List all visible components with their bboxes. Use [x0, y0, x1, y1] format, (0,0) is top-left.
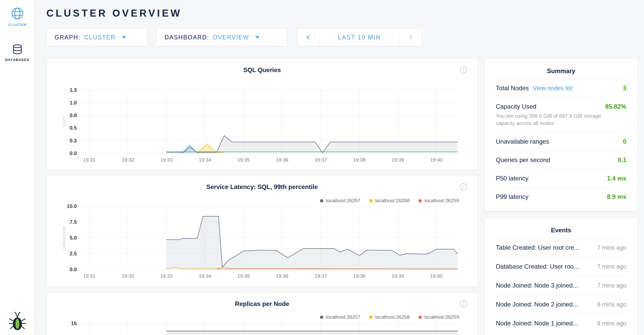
svg-text:0.0: 0.0 — [70, 267, 77, 272]
time-prev-button[interactable] — [297, 29, 320, 46]
chart-title: Replicas per Node — [47, 292, 477, 308]
event-time: 8 mins ago — [592, 320, 626, 327]
legend-item[interactable]: localhost:26258 — [369, 198, 410, 204]
page-title: CLUSTER OVERVIEW — [46, 8, 644, 19]
time-window-selector: LAST 10 MIN — [297, 28, 422, 46]
cockroachdb-logo-icon — [9, 311, 26, 331]
legend-label: localhost:26259 — [424, 198, 459, 204]
event-text: Database Created: User roo... — [496, 263, 579, 270]
legend-item[interactable]: localhost:26259 — [419, 198, 459, 204]
dashboard-dropdown-label: DASHBOARD: — [165, 34, 209, 41]
event-text: Table Created: User root cre... — [496, 244, 579, 251]
svg-text:19:40: 19:40 — [430, 157, 443, 163]
events-title: Events — [496, 218, 626, 238]
svg-text:19:39: 19:39 — [392, 157, 404, 163]
globe-icon — [10, 6, 25, 21]
graph-dropdown-value: CLUSTER — [84, 34, 115, 41]
info-icon[interactable]: ! — [460, 183, 467, 190]
event-row: Table Created: User root cre...7 mins ag… — [496, 238, 626, 257]
svg-text:19:32: 19:32 — [122, 157, 134, 163]
svg-text:10.0: 10.0 — [67, 204, 77, 209]
info-icon[interactable]: ! — [460, 66, 467, 73]
svg-text:19:32: 19:32 — [122, 273, 134, 279]
time-range-label[interactable]: LAST 10 MIN — [320, 29, 399, 46]
svg-text:15: 15 — [71, 320, 77, 326]
svg-text:count: count — [61, 116, 66, 127]
svg-text:1.3: 1.3 — [70, 87, 77, 93]
event-text: Node Joined: Node 1 joined... — [496, 320, 578, 327]
summary-value: 8.9 ms — [603, 193, 626, 200]
sidebar-item-cluster[interactable]: CLUSTER — [0, 6, 35, 27]
event-row: Node Joined: Node 3 joined...7 mins ago — [496, 276, 626, 295]
summary-label: Capacity Used — [496, 103, 536, 110]
service-latency-chart[interactable]: 19:3119:3219:3319:3419:3519:3619:3719:38… — [60, 204, 461, 281]
summary-row: P50 latency1.4 ms — [496, 169, 626, 187]
summary-value: 0.1 — [614, 156, 626, 164]
event-time: 7 mins ago — [592, 263, 626, 270]
svg-text:19:35: 19:35 — [237, 273, 250, 279]
summary-subtext: You are using 598.9 GiB of 697.9 GiB sto… — [496, 112, 615, 127]
svg-text:19:37: 19:37 — [314, 157, 327, 163]
event-row: Database Created: User roo...7 mins ago — [496, 257, 626, 276]
charts-column: SQL Queries ! 19:3119:3219:3319:3419:351… — [46, 58, 478, 335]
svg-text:19:34: 19:34 — [199, 273, 211, 279]
event-text: Node Joined: Node 3 joined... — [496, 282, 578, 289]
svg-text:5.0: 5.0 — [70, 235, 77, 241]
summary-value: 85.82% — [601, 103, 626, 110]
summary-label: P50 latency — [496, 175, 528, 182]
svg-text:19:31: 19:31 — [83, 273, 95, 279]
summary-label: Unavailable ranges — [496, 138, 549, 145]
events-rows: Table Created: User root cre...7 mins ag… — [496, 238, 626, 333]
legend-dot-icon — [419, 199, 422, 203]
event-time: 8 mins ago — [592, 301, 626, 308]
panel-sql-queries: SQL Queries ! 19:3119:3219:3319:3419:351… — [46, 58, 478, 170]
chart-title: Service Latency: SQL, 99th percentile — [47, 176, 477, 191]
view-nodes-list-link[interactable]: View nodes list — [533, 85, 573, 92]
svg-text:0.8: 0.8 — [70, 113, 77, 118]
chevron-left-icon — [305, 34, 312, 41]
side-column: Summary Total NodesView nodes list3Capac… — [485, 58, 638, 335]
event-time: 7 mins ago — [592, 244, 626, 251]
sidebar-item-label: CLUSTER — [8, 23, 27, 27]
chevron-down-icon — [122, 36, 126, 39]
svg-text:1.0: 1.0 — [70, 100, 77, 106]
dashboard-dropdown-value: OVERVIEW — [213, 34, 249, 41]
sidebar-item-label: DATABASES — [5, 58, 30, 62]
time-next-button[interactable] — [399, 29, 421, 46]
svg-text:19:35: 19:35 — [237, 157, 250, 163]
event-time: 7 mins ago — [592, 282, 626, 289]
legend-label: localhost:26257 — [326, 198, 360, 204]
svg-text:19:39: 19:39 — [392, 273, 404, 279]
panel-replicas-per-node: Replicas per Node ! localhost:26257local… — [46, 292, 478, 335]
sql-queries-chart[interactable]: 19:3119:3219:3319:3419:3519:3619:3719:38… — [60, 87, 461, 165]
svg-text:19:37: 19:37 — [314, 273, 327, 279]
svg-text:2.5: 2.5 — [70, 251, 77, 256]
event-text: Node Joined: Node 2 joined... — [496, 301, 578, 308]
svg-text:19:38: 19:38 — [353, 157, 366, 163]
summary-value: 3 — [619, 85, 626, 92]
main-content: CLUSTER OVERVIEW GRAPH: CLUSTER DASHBOAR… — [35, 0, 644, 335]
svg-text:19:36: 19:36 — [276, 157, 289, 163]
dashboard-dropdown[interactable]: DASHBOARD: OVERVIEW — [156, 28, 288, 46]
cockroachdb-logo[interactable] — [9, 311, 26, 332]
svg-text:19:38: 19:38 — [353, 273, 366, 279]
chevron-down-icon — [255, 36, 259, 39]
svg-text:19:33: 19:33 — [160, 157, 173, 163]
svg-text:19:34: 19:34 — [199, 157, 211, 163]
summary-row: P99 latency8.9 ms — [496, 187, 626, 206]
legend-item[interactable]: localhost:26257 — [320, 198, 360, 204]
dashboard-content: SQL Queries ! 19:3119:3219:3319:3419:351… — [46, 58, 644, 335]
replicas-per-node-chart[interactable]: 19:3119:3219:3319:3419:3519:3619:3719:38… — [60, 316, 461, 335]
svg-text:0.5: 0.5 — [70, 125, 77, 131]
sidebar-item-databases[interactable]: DATABASES — [0, 42, 35, 62]
summary-rows: Total NodesView nodes list3Capacity Used… — [496, 79, 626, 206]
panel-summary: Summary Total NodesView nodes list3Capac… — [485, 58, 638, 211]
svg-text:0.3: 0.3 — [70, 138, 77, 143]
info-icon[interactable]: ! — [460, 300, 467, 307]
legend-dot-icon — [369, 199, 373, 203]
summary-value: 1.4 ms — [603, 175, 626, 182]
legend-label: localhost:26258 — [375, 198, 410, 204]
graph-dropdown[interactable]: GRAPH: CLUSTER — [46, 28, 147, 46]
event-row: Node Joined: Node 1 joined...8 mins ago — [496, 314, 626, 333]
summary-value: 0 — [619, 138, 626, 145]
